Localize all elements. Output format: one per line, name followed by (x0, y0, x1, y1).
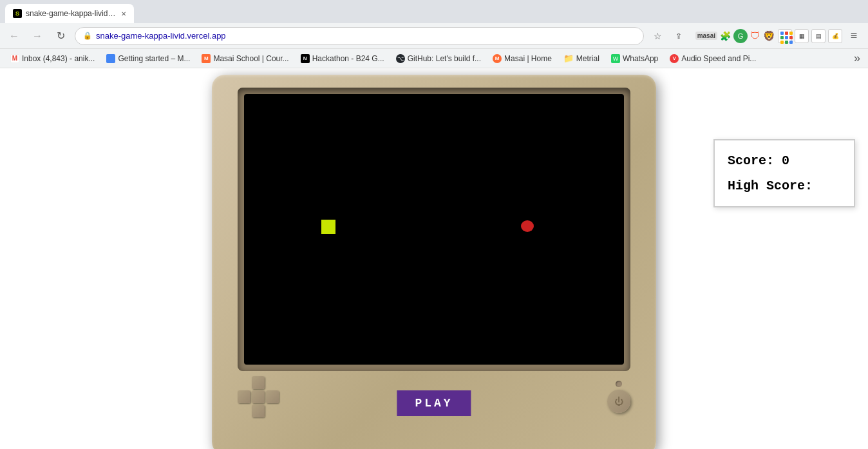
gmail-favicon: M (10, 54, 19, 63)
bookmark-inbox[interactable]: M Inbox (4,843) - anik... (5, 52, 100, 66)
share-button[interactable]: ⇪ (670, 27, 688, 45)
masai-extension-icon[interactable]: masai (695, 32, 717, 40)
nav-actions: ☆ ⇪ masai 🧩 G 🛡 🦁 ▦ ▤ 💰 ≡ (649, 27, 863, 45)
browser-frame: S snake-game-kappa-livid.vercel.app ✕ ← … (0, 0, 868, 449)
bookmark-hackathon[interactable]: N Hackathon - B24 G... (296, 52, 390, 66)
sidebar-icon[interactable]: ▤ (811, 29, 826, 43)
address-bar[interactable]: 🔒 snake-game-kappa-livid.vercel.app (75, 27, 644, 45)
bookmark-metrial[interactable]: 📁 Metrial (558, 52, 605, 66)
google-apps-icon[interactable] (778, 29, 792, 43)
dpad-center[interactable] (252, 390, 265, 403)
snake-head (321, 220, 335, 234)
bookmark-whatsapp[interactable]: W WhatsApp (606, 52, 663, 66)
lock-icon: 🔒 (83, 32, 92, 40)
wallet-icon[interactable]: 💰 (828, 29, 842, 43)
bookmark-metrial-label: Metrial (576, 54, 599, 63)
brave-shield-icon[interactable]: 🛡 (750, 30, 760, 42)
bookmark-masai-school[interactable]: M Masai School | Cour... (196, 52, 294, 66)
browser-menu-button[interactable]: ≡ (845, 27, 863, 45)
folder-icon: 📁 (563, 53, 574, 63)
google-account-icon[interactable]: G (733, 29, 748, 43)
power-area: ⏻ (607, 381, 630, 413)
masai-school-favicon: M (202, 54, 211, 63)
bookmark-hackathon-label: Hackathon - B24 G... (312, 54, 384, 63)
bookmark-masai-school-label: Masai School | Cour... (213, 54, 288, 63)
score-panel: Score: 0 High Score: (713, 139, 855, 207)
bookmark-github[interactable]: ⌥ GitHub: Let's build f... (391, 52, 486, 66)
brave-rewards-icon[interactable]: 🦁 (763, 30, 775, 42)
bookmark-getting-started-label: Getting started – M... (118, 54, 190, 63)
dpad (238, 376, 279, 417)
dpad-down[interactable] (252, 405, 265, 417)
vivaldi-favicon: V (670, 54, 679, 63)
power-icon: ⏻ (614, 396, 623, 406)
dpad-left[interactable] (238, 390, 250, 403)
page-content: PLAY (0, 68, 868, 449)
play-button-container: PLAY (397, 390, 471, 416)
monitor: PLAY (212, 75, 656, 449)
tab-close-icon[interactable]: ✕ (121, 10, 126, 17)
bookmark-masai-home[interactable]: M Masai | Home (487, 52, 557, 66)
bookmark-inbox-label: Inbox (4,843) - anik... (22, 54, 95, 63)
hackathon-favicon: N (301, 54, 310, 63)
masai-home-favicon: M (493, 54, 502, 63)
url-text: snake-game-kappa-livid.vercel.app (96, 31, 636, 41)
dpad-cell-empty3 (238, 405, 250, 417)
getting-started-favicon (106, 54, 115, 63)
led-indicator (616, 381, 622, 387)
back-button[interactable]: ← (5, 27, 23, 45)
tab-title: snake-game-kappa-livid.vercel.app (26, 9, 117, 18)
whatsapp-favicon: W (611, 54, 620, 63)
active-tab[interactable]: S snake-game-kappa-livid.vercel.app ✕ (5, 4, 134, 23)
dpad-cell-empty1 (238, 376, 250, 389)
dpad-up[interactable] (252, 376, 265, 389)
play-button[interactable]: PLAY (397, 390, 471, 416)
bookmark-star-button[interactable]: ☆ (649, 27, 667, 45)
bookmark-getting-started[interactable]: Getting started – M... (101, 52, 195, 66)
bookmark-audio-speed-label: Audio Speed and Pi... (681, 54, 756, 63)
tab-favicon: S (13, 9, 22, 18)
power-button[interactable]: ⏻ (607, 390, 630, 413)
extension-puzzle-icon[interactable]: 🧩 (720, 31, 731, 41)
forward-button[interactable]: → (28, 27, 46, 45)
dpad-cell-empty4 (266, 405, 279, 417)
ntp-icon[interactable]: ▦ (795, 29, 809, 43)
bookmarks-bar: M Inbox (4,843) - anik... Getting starte… (0, 49, 868, 68)
refresh-button[interactable]: ↻ (52, 27, 70, 45)
nav-bar: ← → ↻ 🔒 snake-game-kappa-livid.vercel.ap… (0, 23, 868, 49)
bookmark-masai-home-label: Masai | Home (504, 54, 552, 63)
github-favicon: ⌥ (396, 54, 405, 63)
dpad-cell-empty2 (266, 376, 279, 389)
bookmark-github-label: GitHub: Let's build f... (408, 54, 481, 63)
food-item (521, 220, 534, 232)
bookmark-audio-speed[interactable]: V Audio Speed and Pi... (665, 52, 761, 66)
monitor-bezel (238, 88, 630, 371)
score-display: Score: 0 (728, 153, 841, 168)
dpad-right[interactable] (266, 390, 279, 403)
bookmark-whatsapp-label: WhatsApp (623, 54, 658, 63)
high-score-display: High Score: (728, 178, 841, 193)
bookmarks-more-button[interactable]: » (851, 52, 863, 65)
game-screen (244, 94, 624, 365)
tab-bar: S snake-game-kappa-livid.vercel.app ✕ (0, 0, 868, 23)
monitor-body: PLAY (212, 75, 656, 449)
